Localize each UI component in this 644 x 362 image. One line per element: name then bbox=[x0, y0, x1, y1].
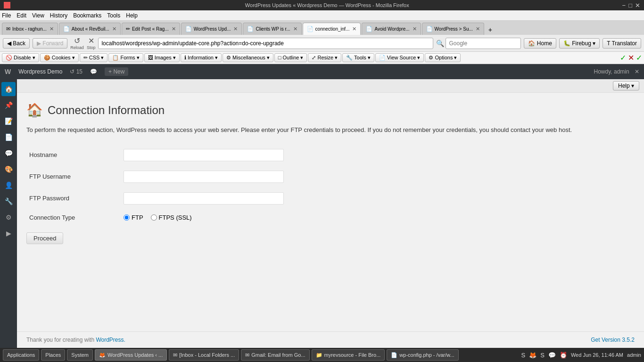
ftp-username-label: FTP Username bbox=[26, 166, 121, 188]
tools-btn[interactable]: 🔧 Tools ▾ bbox=[342, 53, 374, 62]
tab-inbox[interactable]: ✉Inbox - raghun...✕ bbox=[2, 23, 58, 35]
taskbar-gmail[interactable]: ✉ Gmail: Email from Go... bbox=[241, 349, 309, 361]
sidebar-pages[interactable]: 📄 bbox=[1, 130, 16, 144]
menu-help[interactable]: Help bbox=[126, 12, 138, 19]
ftp-radio-label[interactable]: FTP bbox=[124, 214, 143, 221]
menu-edit[interactable]: Edit bbox=[17, 12, 26, 19]
inbox-icon: ✉ bbox=[173, 352, 177, 358]
page-title: Connection Information bbox=[48, 104, 165, 117]
footer-version[interactable]: Get Version 3.5.2 bbox=[591, 337, 635, 343]
wp-site-name[interactable]: Wordpress Demo bbox=[18, 68, 62, 75]
sidebar-posts[interactable]: 📝 bbox=[1, 114, 16, 128]
tab-connection-info[interactable]: 📄connection_inf...✕ bbox=[303, 23, 361, 35]
check-red: ✕ bbox=[628, 53, 634, 62]
taskbar-inbox[interactable]: ✉ [Inbox - Local Folders ... bbox=[169, 349, 239, 361]
wp-updates[interactable]: ↺ 15 bbox=[70, 68, 83, 75]
sidebar-settings[interactable]: ⚙ bbox=[1, 210, 16, 224]
url-bar[interactable] bbox=[98, 38, 433, 49]
tab-avoid-wp[interactable]: 📄Avoid Wordpre...✕ bbox=[362, 23, 421, 35]
taskbar-clock-icon: ⏰ bbox=[560, 352, 567, 359]
resize-btn[interactable]: ⤢ Resize ▾ bbox=[308, 53, 341, 62]
forward-button[interactable]: ▶ Forward bbox=[33, 38, 67, 49]
menu-tools[interactable]: Tools bbox=[107, 12, 120, 19]
proceed-button[interactable]: Proceed bbox=[26, 232, 63, 244]
options-btn[interactable]: ⚙ Options ▾ bbox=[425, 53, 461, 62]
firefox-logo bbox=[4, 2, 10, 8]
check-green-2: ✓ bbox=[636, 53, 642, 62]
ftps-radio[interactable] bbox=[151, 214, 157, 221]
connection-type-options: FTP FTPS (SSL) bbox=[124, 214, 284, 221]
hostname-input[interactable] bbox=[124, 149, 284, 161]
back-button[interactable]: ◀ Back bbox=[3, 38, 30, 49]
taskbar-datetime: Wed Jun 26, 11:46 AM bbox=[571, 352, 623, 358]
connection-type-row: Connection Type FTP FTPS (SSL) bbox=[26, 209, 287, 226]
sidebar-collapse[interactable]: ▶ bbox=[1, 226, 16, 240]
menu-bookmarks[interactable]: Bookmarks bbox=[73, 12, 101, 19]
title-bar: WordPress Updates « Wordpress Demo — Wor… bbox=[0, 0, 644, 10]
taskbar-firefox[interactable]: 🦊 WordPress Updates ‹ ... bbox=[95, 349, 167, 361]
disable-btn[interactable]: 🚫 Disable ▾ bbox=[2, 53, 39, 62]
sidebar-home[interactable]: 🏠 bbox=[1, 82, 16, 96]
sidebar-tools[interactable]: 🔧 bbox=[1, 194, 16, 208]
new-tab-button[interactable]: + bbox=[485, 25, 495, 35]
menu-view[interactable]: View bbox=[32, 12, 44, 19]
tab-edit-post[interactable]: ✏Edit Post « Rag...✕ bbox=[122, 23, 180, 35]
forms-btn[interactable]: 📋 Forms ▾ bbox=[108, 53, 143, 62]
applications-label: Applications bbox=[7, 352, 35, 358]
ftp-password-input[interactable] bbox=[124, 192, 284, 205]
cookies-btn[interactable]: 🍪 Cookies ▾ bbox=[40, 53, 79, 62]
translator-button[interactable]: T Translator bbox=[603, 38, 641, 49]
miscellaneous-btn[interactable]: ⚙ Miscellaneous ▾ bbox=[223, 53, 273, 62]
outline-btn[interactable]: □ Outline ▾ bbox=[274, 53, 307, 62]
images-btn[interactable]: 🖼 Images ▾ bbox=[144, 53, 180, 62]
close-button[interactable]: ✕ bbox=[635, 2, 640, 9]
tab-wp-su[interactable]: 📄WordPress > Su...✕ bbox=[422, 23, 484, 35]
information-btn[interactable]: ℹ Information ▾ bbox=[181, 53, 222, 62]
ftp-password-row: FTP Password bbox=[26, 188, 287, 209]
view-source-btn[interactable]: 📄 View Source ▾ bbox=[375, 53, 424, 62]
taskbar-system[interactable]: System bbox=[67, 349, 93, 361]
wp-adminbar-close[interactable]: ✕ bbox=[635, 68, 639, 75]
taskbar-places[interactable]: Places bbox=[41, 349, 65, 361]
stop-button[interactable]: ✕ Stop bbox=[87, 36, 96, 50]
form-table: Hostname FTP Username FTP Password bbox=[26, 144, 287, 226]
menu-history[interactable]: History bbox=[50, 12, 67, 19]
page-content: 🏠 Connection Information To perform the … bbox=[17, 93, 644, 331]
tab-about[interactable]: 📄About « RevBuil...✕ bbox=[59, 23, 121, 35]
minimize-button[interactable]: − bbox=[622, 2, 626, 9]
taskbar-skype2: S bbox=[540, 352, 545, 359]
wp-logo[interactable]: W bbox=[5, 68, 11, 75]
sidebar-comments[interactable]: 💬 bbox=[1, 146, 16, 160]
sidebar-pin[interactable]: 📌 bbox=[1, 98, 16, 112]
wp-new-button[interactable]: + New bbox=[105, 67, 128, 76]
home-button[interactable]: 🏠 Home bbox=[524, 38, 556, 49]
restore-button[interactable]: □ bbox=[628, 2, 632, 9]
firebug-button[interactable]: 🐛 Firebug ▾ bbox=[559, 38, 600, 49]
reload-button[interactable]: ↺ Reload bbox=[70, 36, 84, 50]
taskbar-filebrowser[interactable]: 📁 myrevsource - File Bro... bbox=[312, 349, 385, 361]
taskbar-wpconfig[interactable]: 📄 wp-config.php - /var/w... bbox=[387, 349, 458, 361]
ftp-username-input[interactable] bbox=[124, 171, 284, 183]
content-area: Help ▾ 🏠 Connection Information To perfo… bbox=[17, 79, 644, 348]
filebrowser-icon: 📁 bbox=[316, 352, 322, 358]
search-input[interactable] bbox=[446, 38, 521, 49]
taskbar-gmail-label: Gmail: Email from Go... bbox=[251, 352, 305, 358]
check-green-1: ✓ bbox=[620, 53, 626, 62]
taskbar-applications[interactable]: Applications bbox=[3, 349, 39, 361]
sidebar-appearance[interactable]: 🎨 bbox=[1, 162, 16, 176]
tab-clients-wp[interactable]: 📄Clients WP is r...✕ bbox=[243, 23, 301, 35]
css-btn[interactable]: ✏ CSS ▾ bbox=[80, 53, 108, 62]
page-title-row: 🏠 Connection Information bbox=[26, 102, 635, 118]
tab-wp-updates[interactable]: 📄WordPress Upd...✕ bbox=[181, 23, 242, 35]
wpconfig-icon: 📄 bbox=[391, 352, 397, 358]
menu-file[interactable]: File bbox=[2, 12, 11, 19]
help-button[interactable]: Help ▾ bbox=[613, 81, 639, 90]
footer-text: Thank you for creating with bbox=[26, 337, 96, 343]
main-layout: 🏠 📌 📝 📄 💬 🎨 👤 🔧 ⚙ ▶ Help ▾ 🏠 Connection … bbox=[0, 79, 644, 348]
footer-wp-link[interactable]: WordPress. bbox=[96, 337, 125, 343]
page-title-icon: 🏠 bbox=[26, 102, 43, 118]
sidebar-users[interactable]: 👤 bbox=[1, 178, 16, 192]
wp-comments[interactable]: 💬 bbox=[90, 68, 97, 75]
ftp-radio[interactable] bbox=[124, 214, 130, 221]
ftps-radio-label[interactable]: FTPS (SSL) bbox=[151, 214, 192, 221]
